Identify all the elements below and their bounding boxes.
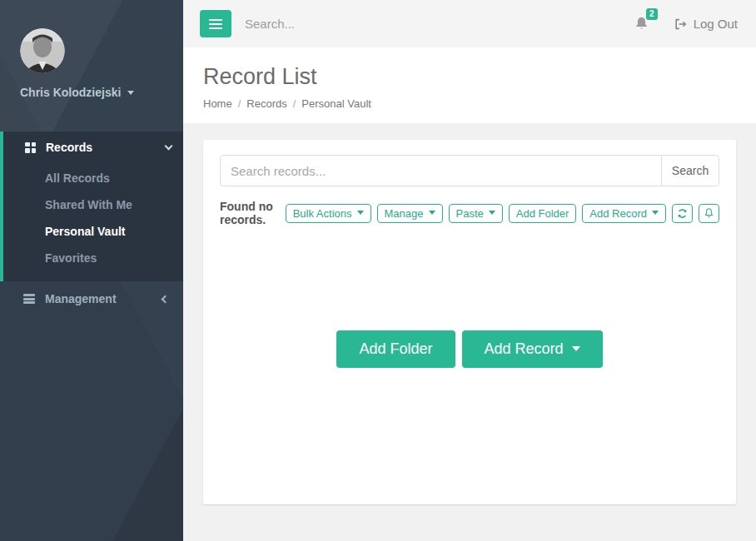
app-window: Chris Kolodziejski Records All Records S… <box>0 0 756 541</box>
button-label: Add Record <box>485 340 564 358</box>
button-label: Paste <box>456 207 484 220</box>
breadcrumb-personal-vault: Personal Vault <box>301 97 371 110</box>
hamburger-icon <box>209 19 222 21</box>
page-title: Record List <box>203 64 736 90</box>
breadcrumb-separator: / <box>293 97 296 110</box>
paste-button[interactable]: Paste <box>449 204 503 223</box>
button-label: Manage <box>385 207 424 220</box>
chevron-left-icon <box>162 295 170 303</box>
global-search-input[interactable] <box>245 17 634 31</box>
bell-outline-icon <box>704 207 714 219</box>
breadcrumb-separator: / <box>238 97 241 110</box>
add-record-button[interactable]: Add Record <box>462 330 603 368</box>
sidebar: Chris Kolodziejski Records All Records S… <box>0 0 183 541</box>
sidebar-item-label: Management <box>45 292 162 305</box>
sidebar-item-all-records[interactable]: All Records <box>3 165 183 191</box>
bulk-actions-button[interactable]: Bulk Actions <box>286 204 371 223</box>
grid-icon <box>25 142 36 153</box>
sidebar-nav: Records All Records Shared With Me Perso… <box>0 132 183 316</box>
add-folder-button[interactable]: Add Folder <box>336 330 455 368</box>
button-label: Add Folder <box>359 340 432 358</box>
manage-button[interactable]: Manage <box>377 204 443 223</box>
sidebar-item-label: Records <box>46 141 166 154</box>
caret-down-icon <box>489 211 495 218</box>
breadcrumb-home[interactable]: Home <box>203 97 232 110</box>
records-card: Search Found no records. Bulk Actions Ma… <box>203 140 736 504</box>
sidebar-group-records: Records All Records Shared With Me Perso… <box>0 132 183 281</box>
status-text: Found no records. <box>220 200 286 226</box>
logout-label: Log Out <box>694 17 738 31</box>
records-submenu: All Records Shared With Me Personal Vaul… <box>3 163 183 281</box>
user-name: Chris Kolodziejski <box>20 86 121 99</box>
records-search-button[interactable]: Search <box>661 155 719 186</box>
notifications-button[interactable]: 2 <box>634 16 649 32</box>
page-header: Record List Home / Records / Personal Va… <box>183 47 756 123</box>
add-record-toolbar-button[interactable]: Add Record <box>582 204 666 223</box>
sidebar-item-personal-vault[interactable]: Personal Vault <box>3 218 183 245</box>
button-label: Bulk Actions <box>293 207 352 220</box>
sidebar-item-favorites[interactable]: Favorites <box>3 245 183 271</box>
notification-count-badge: 2 <box>646 8 658 20</box>
user-panel: Chris Kolodziejski <box>0 0 183 132</box>
sidebar-toggle-button[interactable] <box>200 10 231 37</box>
logout-button[interactable]: Log Out <box>674 17 738 31</box>
add-folder-toolbar-button[interactable]: Add Folder <box>509 204 577 223</box>
chevron-down-icon <box>165 142 173 151</box>
caret-down-icon <box>357 211 364 218</box>
breadcrumb: Home / Records / Personal Vault <box>203 97 736 110</box>
caret-down-icon <box>652 211 659 218</box>
records-toolbar: Bulk Actions Manage Paste Add Folde <box>286 204 719 223</box>
refresh-icon <box>677 208 688 219</box>
topbar: 2 Log Out <box>183 0 756 47</box>
avatar[interactable] <box>20 28 65 73</box>
button-label: Add Record <box>589 207 647 220</box>
caret-down-icon <box>429 211 435 218</box>
sidebar-item-shared-with-me[interactable]: Shared With Me <box>3 191 183 218</box>
user-menu[interactable]: Chris Kolodziejski <box>20 86 183 99</box>
refresh-button[interactable] <box>672 204 693 223</box>
empty-state-actions: Add Folder Add Record <box>220 330 719 368</box>
records-search-group: Search <box>220 155 719 186</box>
records-search-input[interactable] <box>220 155 662 186</box>
button-label: Add Folder <box>516 207 569 220</box>
records-toolbar-row: Found no records. Bulk Actions Manage Pa… <box>220 200 719 226</box>
caret-down-icon <box>127 91 134 98</box>
avatar-portrait-image <box>20 28 65 73</box>
caret-down-icon <box>572 346 580 355</box>
sign-out-icon <box>674 17 687 31</box>
sidebar-item-management[interactable]: Management <box>0 281 183 316</box>
breadcrumb-records[interactable]: Records <box>246 97 286 110</box>
list-icon <box>23 294 35 304</box>
sidebar-item-records[interactable]: Records <box>3 132 183 163</box>
topbar-right: 2 Log Out <box>634 16 738 32</box>
content-area: Search Found no records. Bulk Actions Ma… <box>183 123 756 541</box>
notifications-toggle-button[interactable] <box>699 204 719 223</box>
main-area: 2 Log Out Record List Home / Records / <box>183 0 756 541</box>
